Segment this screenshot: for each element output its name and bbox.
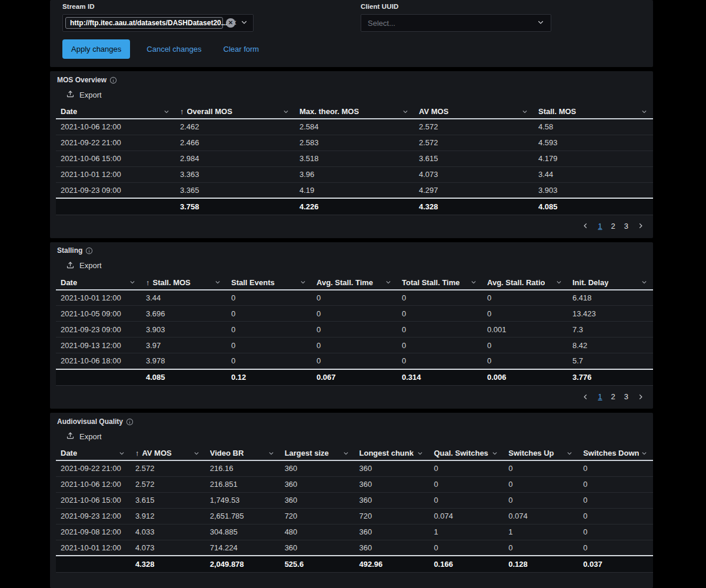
stream-id-input[interactable]: http://ftp.itec.aau.at/datasets/DASHData… xyxy=(62,14,254,32)
pagination-page-3[interactable]: 3 xyxy=(624,392,628,401)
chevron-down-icon[interactable] xyxy=(556,279,565,285)
chevron-down-icon[interactable] xyxy=(641,450,651,456)
cell-value: 2.572 xyxy=(414,135,534,151)
cell-value: 4.033 xyxy=(131,524,205,540)
client-uuid-select[interactable]: Select... xyxy=(361,14,551,32)
info-icon[interactable] xyxy=(85,247,93,255)
cell-value: 304.885 xyxy=(205,524,280,540)
summary-value: 4.226 xyxy=(295,198,414,215)
cell-value: 0 xyxy=(227,322,312,338)
cell-value: 0 xyxy=(504,492,578,508)
cell-value: 480 xyxy=(280,524,355,540)
column-header[interactable]: Avg. Stall. Time xyxy=(312,276,397,290)
chevron-down-icon[interactable] xyxy=(492,450,501,456)
chevron-down-icon[interactable] xyxy=(215,279,224,285)
chevron-down-icon[interactable] xyxy=(471,279,480,285)
column-header[interactable]: Switches Up xyxy=(504,446,578,460)
chevron-down-icon[interactable] xyxy=(343,450,352,456)
column-label: Total Stall. Time xyxy=(402,278,459,287)
column-header[interactable]: Stall Events xyxy=(227,276,312,290)
chevron-down-icon[interactable] xyxy=(241,18,248,28)
info-icon[interactable] xyxy=(126,418,134,426)
chevron-down-icon[interactable] xyxy=(522,109,531,115)
chevron-down-icon[interactable] xyxy=(283,109,292,115)
chevron-down-icon[interactable] xyxy=(268,450,278,456)
column-header[interactable]: Largest size xyxy=(280,446,355,460)
cell-value: 360 xyxy=(280,540,355,556)
chevron-down-icon[interactable] xyxy=(300,279,309,285)
chevron-down-icon[interactable] xyxy=(641,279,651,285)
column-header[interactable]: ↑AV MOS xyxy=(131,446,205,460)
column-header[interactable]: Qual. Switches xyxy=(429,446,504,460)
export-button[interactable]: Export xyxy=(62,260,105,271)
pagination-page-3[interactable]: 3 xyxy=(624,222,628,230)
table-row: 2021-09-23 12:003.9122,651.7857207200.07… xyxy=(56,508,653,524)
chevron-down-icon[interactable] xyxy=(164,109,173,115)
cancel-changes-button[interactable]: Cancel changes xyxy=(146,45,201,54)
column-header[interactable]: Date xyxy=(56,276,141,290)
pagination-prev-button[interactable] xyxy=(582,393,589,400)
summary-value: 2,049.878 xyxy=(205,556,280,572)
cell-value: 2.572 xyxy=(414,119,534,135)
apply-changes-button[interactable]: Apply changes xyxy=(62,39,130,59)
column-label: Max. theor. MOS xyxy=(299,107,359,116)
chevron-down-icon[interactable] xyxy=(385,279,395,285)
cell-value: 0 xyxy=(227,353,312,369)
chevron-down-icon[interactable] xyxy=(402,109,412,115)
pagination: 123 xyxy=(50,386,653,409)
column-header[interactable]: Switches Down xyxy=(578,446,653,460)
column-header[interactable]: Total Stall. Time xyxy=(397,276,482,290)
column-header[interactable]: Max. theor. MOS xyxy=(295,105,414,119)
stream-id-label: Stream ID xyxy=(62,3,254,10)
summary-value: 4.328 xyxy=(131,556,205,572)
pagination-page-2[interactable]: 2 xyxy=(611,392,615,401)
column-header[interactable]: Date xyxy=(56,105,175,119)
chevron-down-icon[interactable] xyxy=(194,450,203,456)
export-button[interactable]: Export xyxy=(62,89,105,100)
column-label: Avg. Stall. Time xyxy=(317,278,373,287)
cell-value: 1,749.53 xyxy=(205,492,280,508)
upload-icon xyxy=(66,431,75,442)
stream-id-tag[interactable]: http://ftp.itec.aau.at/datasets/DASHData… xyxy=(65,17,223,29)
cell-value: 0 xyxy=(312,353,397,369)
pagination-next-button[interactable] xyxy=(637,222,644,229)
column-header[interactable]: Init. Delay xyxy=(568,276,653,290)
info-icon[interactable] xyxy=(109,76,117,84)
chevron-down-icon[interactable] xyxy=(537,18,544,28)
chevron-down-icon[interactable] xyxy=(129,279,139,285)
cell-value: 0 xyxy=(429,460,504,476)
column-header[interactable]: Avg. Stall. Ratio xyxy=(482,276,568,290)
cell-value: 0 xyxy=(578,476,653,492)
column-header[interactable]: AV MOS xyxy=(414,105,534,119)
pagination-next-button[interactable] xyxy=(637,393,644,400)
chevron-down-icon[interactable] xyxy=(567,450,576,456)
header-row: Date↑Stall. MOSStall EventsAvg. Stall. T… xyxy=(56,276,653,290)
pagination-page-2[interactable]: 2 xyxy=(611,222,615,230)
cell-value: 7.3 xyxy=(568,322,653,338)
column-header[interactable]: Video BR xyxy=(205,446,280,460)
panel-header-audiovisual-quality: Audiovisual Quality xyxy=(50,413,653,426)
clear-form-button[interactable]: Clear form xyxy=(224,45,259,54)
pagination-page-1[interactable]: 1 xyxy=(598,222,602,230)
chevron-down-icon[interactable] xyxy=(417,450,427,456)
cell-value: 6.418 xyxy=(568,290,653,306)
summary-value xyxy=(56,556,131,572)
column-header[interactable]: ↑Stall. MOS xyxy=(141,276,227,290)
column-header[interactable]: Stall. MOS xyxy=(534,105,653,119)
clear-all-icon[interactable]: ✕ xyxy=(226,18,235,28)
pagination-prev-button[interactable] xyxy=(582,222,589,229)
column-header[interactable]: ↑Overall MOS xyxy=(175,105,295,119)
cell-value: 0 xyxy=(504,476,578,492)
cell-value: 3.696 xyxy=(141,306,227,322)
summary-row: 3.7584.2264.3284.085 xyxy=(56,198,653,215)
pagination-page-1[interactable]: 1 xyxy=(598,392,602,401)
chevron-down-icon[interactable] xyxy=(119,450,128,456)
cell-date: 2021-10-06 15:00 xyxy=(56,492,131,508)
cell-value: 2.984 xyxy=(175,151,295,166)
column-header[interactable]: Longest chunk xyxy=(355,446,429,460)
chevron-down-icon[interactable] xyxy=(641,109,651,115)
data-table-audiovisual-quality: Date↑AV MOSVideo BRLargest sizeLongest c… xyxy=(56,446,653,573)
export-button[interactable]: Export xyxy=(62,431,105,442)
upload-icon xyxy=(66,89,75,100)
column-header[interactable]: Date xyxy=(56,446,131,460)
